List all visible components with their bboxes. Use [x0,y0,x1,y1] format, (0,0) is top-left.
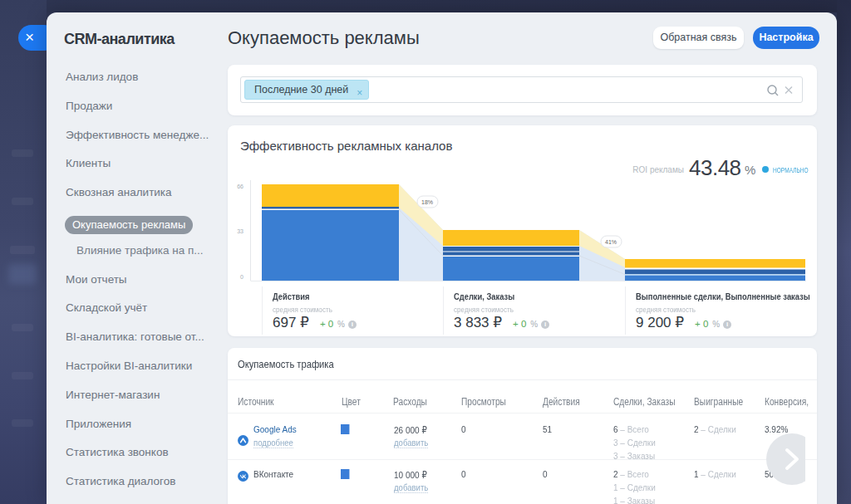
svg-text:41%: 41% [605,239,617,245]
svg-text:18%: 18% [421,199,433,205]
svg-text:66: 66 [237,183,243,189]
svg-text:33: 33 [237,228,243,234]
svg-text:0: 0 [240,274,243,280]
